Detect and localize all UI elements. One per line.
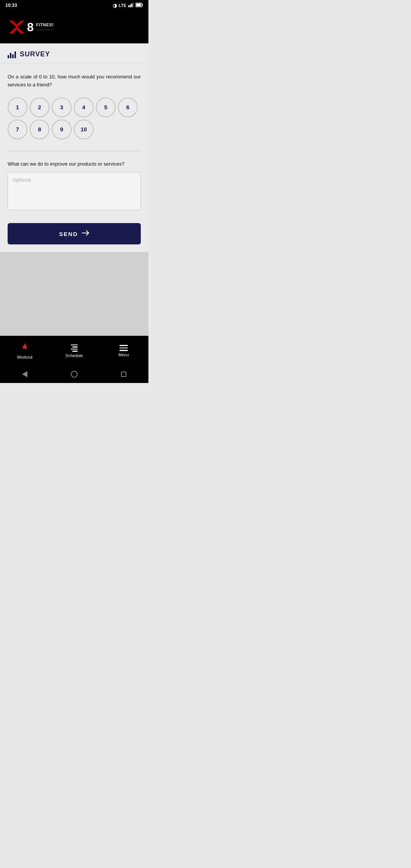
- page-title: SURVEY: [20, 50, 50, 58]
- nav-label-schedule: Schedule: [65, 353, 83, 358]
- grey-area: [0, 252, 148, 336]
- nav-label-workout: Workout: [17, 355, 33, 359]
- schedule-icon: [71, 345, 78, 352]
- send-arrow-icon: [82, 230, 89, 238]
- nav-item-workout[interactable]: Workout: [0, 336, 49, 366]
- lte-icon: LTE: [119, 3, 126, 8]
- nav-item-schedule[interactable]: Schedule: [49, 336, 99, 366]
- recents-square-icon: [121, 372, 126, 377]
- divider: [8, 151, 141, 151]
- battery-icon: [135, 3, 143, 8]
- svg-rect-5: [142, 4, 143, 6]
- rating-btn-7[interactable]: 7: [8, 120, 27, 139]
- menu-icon: [119, 345, 128, 351]
- rating-btn-8[interactable]: 8: [30, 120, 49, 139]
- question1-text: On a scale of 0 to 10, how much would yo…: [8, 73, 141, 89]
- send-button[interactable]: SEND: [8, 223, 141, 244]
- improve-textarea[interactable]: [8, 172, 141, 210]
- bar4: [14, 51, 16, 58]
- android-home-button[interactable]: [70, 370, 78, 378]
- signal-bars-icon: [128, 3, 134, 8]
- survey-body: On a scale of 0 to 10, how much would yo…: [0, 64, 148, 252]
- rating-btn-9[interactable]: 9: [52, 120, 72, 139]
- svg-marker-7: [9, 21, 25, 34]
- nav-item-menu[interactable]: Menu: [99, 336, 148, 366]
- rating-row: 1 2 3 4 5 6 7 8 9 10: [8, 97, 141, 139]
- bottom-nav: Workout Schedule Menu: [0, 336, 148, 366]
- app-header: 8 FITNESS ——————: [0, 11, 148, 43]
- android-recents-button[interactable]: [119, 370, 128, 378]
- bar1: [8, 55, 9, 58]
- rating-btn-1[interactable]: 1: [8, 97, 27, 117]
- page-content: SURVEY On a scale of 0 to 10, how much w…: [0, 43, 148, 336]
- status-time: 10:33: [5, 3, 17, 8]
- svg-rect-0: [128, 5, 129, 7]
- bar2: [10, 53, 11, 58]
- rating-btn-10[interactable]: 10: [74, 120, 94, 139]
- svg-text:——————: ——————: [36, 28, 53, 31]
- flame-icon: [20, 343, 29, 353]
- send-label: SEND: [59, 231, 78, 237]
- svg-text:FITNESS: FITNESS: [36, 22, 53, 27]
- svg-text:8: 8: [27, 20, 34, 34]
- android-nav-bar: [0, 366, 148, 383]
- bar-chart-icon: [8, 51, 16, 58]
- rating-btn-6[interactable]: 6: [118, 97, 138, 117]
- android-indicator-icon: ◑: [113, 3, 117, 8]
- rating-btn-5[interactable]: 5: [96, 97, 116, 117]
- svg-rect-3: [133, 3, 134, 7]
- rating-btn-4[interactable]: 4: [74, 97, 94, 117]
- home-circle-icon: [71, 371, 78, 378]
- logo: 8 FITNESS ——————: [8, 18, 53, 37]
- svg-rect-1: [130, 5, 131, 7]
- svg-rect-6: [136, 4, 141, 6]
- bar3: [12, 54, 14, 58]
- android-back-button[interactable]: [21, 370, 29, 378]
- rating-btn-2[interactable]: 2: [30, 97, 49, 117]
- rating-btn-3[interactable]: 3: [52, 97, 72, 117]
- survey-title-bar: SURVEY: [0, 43, 148, 64]
- back-arrow-icon: [22, 371, 27, 377]
- svg-rect-2: [131, 3, 132, 7]
- status-bar: 10:33 ◑ LTE: [0, 0, 148, 11]
- x8fitness-logo-svg: 8 FITNESS ——————: [8, 18, 53, 37]
- status-icons: ◑ LTE: [113, 3, 143, 8]
- question2-text: What can we do to improve our products o…: [8, 160, 141, 168]
- nav-label-menu: Menu: [118, 353, 129, 357]
